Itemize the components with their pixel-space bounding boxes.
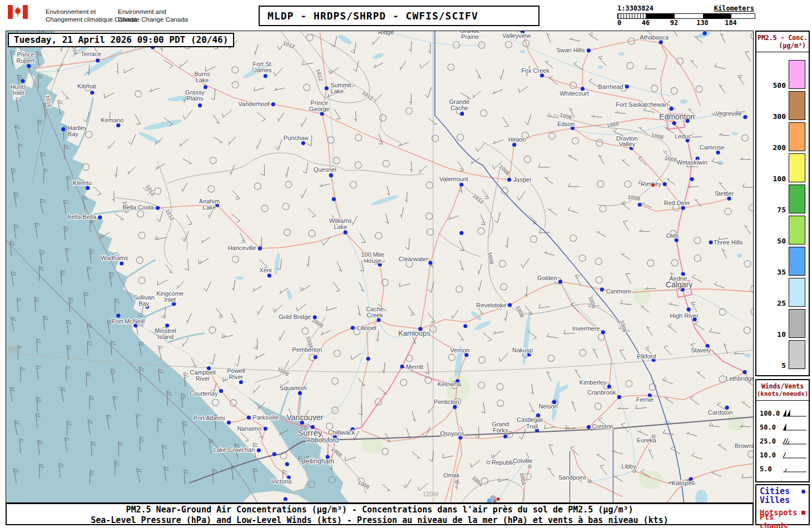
wind-speed-value: 10.0 (760, 451, 781, 459)
winds-legend: Winds/Vents (knots/noeuds) 100.050.025.0… (755, 379, 810, 482)
city-label: Penticton (434, 399, 459, 405)
city-dot (703, 31, 707, 35)
city-label: Edmonton (659, 112, 695, 121)
winds-legend-row: 10.0 (756, 448, 809, 462)
city-label: Trail (526, 423, 538, 430)
city-label: Lillooet (357, 325, 377, 331)
markers-legend: Cities Villes Hotspots Pts chauds (755, 484, 810, 525)
city-dot (120, 261, 123, 265)
scale-seg (703, 14, 731, 18)
city-dot (607, 385, 611, 388)
city-label: Revelstoke (476, 302, 506, 308)
city-label: Cardston (708, 409, 733, 416)
city-label: Three Hills (714, 239, 743, 246)
city-label: Castlegar (517, 416, 543, 423)
wind-speed-value: 50.0 (760, 424, 781, 431)
city-dot (463, 324, 467, 328)
pm25-color-swatch (789, 153, 805, 182)
city-dot (693, 317, 697, 321)
divider (756, 400, 809, 401)
pm25-legend-row: 35 (756, 247, 809, 276)
pm25-legend-row: 100 (756, 153, 809, 182)
city-dot (258, 246, 262, 250)
city-dot (27, 64, 31, 68)
scale-seg (646, 14, 675, 18)
city-label: River (229, 373, 244, 380)
city-label: Bellingham (301, 457, 334, 465)
city-label: Cache (450, 104, 468, 111)
timestamp-box: Tuesday, 21 April 2026 09:00 PDT (20/46) (8, 33, 234, 47)
city-dot (663, 182, 667, 186)
city-dot (271, 102, 275, 106)
city-dot (617, 395, 621, 399)
winds-legend-row: 25.0 (756, 434, 809, 448)
cities-label-fr: Villes (760, 495, 790, 505)
caption: PM2.5 Near-Ground Air Concentrations (µg… (6, 503, 754, 525)
city-label: Sandpoint (558, 474, 586, 481)
city-dot (273, 452, 276, 456)
city-label: Wetaskiwin (677, 159, 707, 166)
scale-seg-hatched (618, 14, 646, 18)
city-dot (742, 370, 746, 374)
dept-name-en: Environment and Climate Change Canada (118, 8, 188, 23)
city-label: Ridge (378, 31, 394, 36)
city-dot (743, 115, 747, 119)
city-label: Golden (537, 275, 557, 281)
city-dot (227, 421, 231, 425)
city-dot (453, 405, 457, 409)
city-label: Fort Saskatchewan (616, 101, 668, 108)
city-label: Nakusp (512, 347, 533, 353)
city-label: Valleyview (502, 32, 531, 39)
city-dot (377, 318, 380, 322)
pm25-level-value: 500 (773, 82, 786, 89)
winds-legend-units: (knots/noeuds) (756, 390, 809, 398)
hotspots-label-fr: Pts chauds (760, 512, 805, 528)
map-canvas: 1016101610121012101210121012101210121008… (6, 31, 754, 503)
city-dot (156, 206, 160, 210)
scale-tick: 46 (642, 19, 650, 27)
city-dot (460, 112, 464, 116)
city-label: Fernie (636, 396, 653, 403)
city-label: Kemano (101, 117, 123, 123)
city-label: Courtenay (190, 390, 218, 397)
city-label: Lake (196, 77, 209, 83)
city-dot (96, 58, 100, 62)
city-label: Leduc (675, 133, 691, 140)
city-dot (540, 73, 544, 77)
city-dot (90, 91, 94, 94)
city-dot (198, 103, 202, 107)
city-label: Calgary (666, 280, 692, 289)
city-dot (659, 40, 663, 44)
city-label: Bay (138, 300, 149, 307)
winds-legend-title: Winds/Vents (756, 382, 809, 390)
city-dot (503, 435, 507, 439)
city-label: Edson (557, 121, 575, 127)
city-label: Abbotsford (306, 436, 339, 444)
city-dot (86, 186, 90, 190)
city-label: Camrose (700, 145, 725, 151)
city-dot (247, 416, 251, 420)
pm25-level-value: 25 (777, 300, 786, 307)
city-label: Barrhead (598, 83, 623, 90)
pm25-color-swatch (789, 185, 805, 213)
city-label: Kalispell (672, 480, 695, 486)
city-label: Osoyoos (440, 430, 464, 437)
city-dot (301, 141, 305, 145)
city-label: Vegreville (715, 110, 742, 117)
city-label: Eureka (637, 437, 657, 444)
city-dot (325, 86, 329, 90)
city-label: Valemount (439, 176, 468, 182)
city-dot (558, 280, 562, 283)
pm25-color-swatch (789, 340, 805, 369)
wind-speed-value: 100.0 (760, 410, 781, 417)
city-label: Nanaimo (237, 425, 261, 432)
pm25-legend: PM2.5 - Conc. (µg/m³) 500300200100755035… (755, 31, 810, 376)
city-dot (459, 231, 463, 235)
city-label: Port McNeill (112, 318, 145, 325)
city-label: Bella Coola (122, 204, 154, 211)
city-label: Republic (492, 459, 516, 466)
city-dot (264, 427, 268, 431)
city-label: Terrace (81, 51, 101, 57)
caption-line1: PM2.5 Near-Ground Air Concentrations (µg… (7, 505, 752, 515)
city-label: Lake (334, 223, 347, 230)
